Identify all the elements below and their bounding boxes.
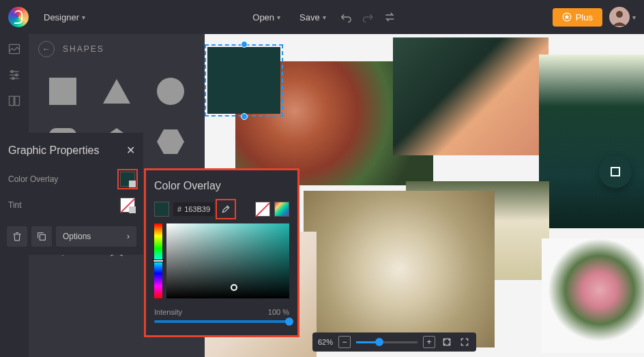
- color-overlay-swatch[interactable]: [120, 172, 135, 187]
- shapes-panel-header: ← SHAPES: [29, 34, 205, 64]
- mode-dropdown[interactable]: Designer ▾: [37, 8, 92, 27]
- zoom-slider[interactable]: [356, 341, 418, 343]
- header-center-controls: Open ▾ Save ▾: [246, 8, 398, 27]
- save-dropdown[interactable]: Save ▾: [293, 8, 333, 27]
- duplicate-button[interactable]: [31, 226, 52, 247]
- chevron-down-icon: ▾: [277, 14, 280, 21]
- layout-tool-icon[interactable]: [8, 94, 21, 108]
- tint-row[interactable]: Tint: [7, 192, 136, 218]
- canvas-image[interactable]: [304, 191, 495, 347]
- current-color-swatch[interactable]: [154, 202, 169, 217]
- intensity-value: 100 %: [268, 308, 289, 316]
- options-dropdown[interactable]: Options ›: [56, 226, 136, 247]
- chevron-down-icon: ▾: [632, 14, 636, 21]
- svg-rect-7: [49, 78, 76, 105]
- zoom-slider-handle[interactable]: [375, 338, 383, 346]
- chevron-down-icon: ▾: [323, 14, 326, 21]
- svg-rect-6: [15, 96, 20, 105]
- saturation-value-picker[interactable]: [166, 223, 289, 298]
- svg-point-8: [157, 78, 184, 105]
- no-color-swatch[interactable]: [255, 202, 270, 217]
- graphic-properties-panel: Graphic Properties ✕ Color Overlay Tint …: [0, 133, 143, 255]
- eyedropper-icon: [221, 204, 231, 214]
- hex-prefix: #: [177, 205, 181, 213]
- zoom-out-button[interactable]: −: [338, 336, 351, 348]
- selection-border: [205, 44, 283, 117]
- open-label: Open: [252, 12, 274, 22]
- zoom-in-button[interactable]: +: [423, 336, 435, 348]
- hue-slider[interactable]: [154, 223, 162, 298]
- hue-handle[interactable]: [153, 260, 164, 262]
- stop-icon: [611, 167, 620, 176]
- zoom-percent-label: 62%: [318, 338, 333, 346]
- selected-shape[interactable]: [205, 44, 283, 117]
- graphic-properties-title: Graphic Properties: [8, 144, 99, 157]
- palette-swatch[interactable]: [274, 202, 289, 217]
- color-overlay-label: Color Overlay: [8, 174, 58, 184]
- eyedropper-button[interactable]: [218, 202, 233, 217]
- intensity-handle[interactable]: [285, 317, 293, 326]
- copy-icon: [36, 231, 47, 242]
- plus-label: Plus: [576, 12, 593, 22]
- mode-label: Designer: [44, 12, 79, 22]
- stop-fab-button[interactable]: [599, 155, 632, 188]
- svg-rect-5: [10, 96, 14, 105]
- canvas-image[interactable]: [393, 37, 548, 155]
- user-avatar[interactable]: [609, 7, 630, 27]
- shape-triangle[interactable]: [95, 71, 139, 112]
- shape-square[interactable]: [41, 71, 85, 112]
- canvas-image[interactable]: [542, 238, 644, 353]
- app-header: Designer ▾ Open ▾ Save ▾ Plus ▾: [0, 0, 644, 34]
- options-label: Options: [63, 232, 91, 241]
- color-overlay-popup: Color Overlay # 163B39 Intensity 100 %: [146, 170, 297, 335]
- color-overlay-row[interactable]: Color Overlay: [7, 166, 136, 192]
- fullscreen-button[interactable]: [458, 336, 471, 348]
- fit-screen-button[interactable]: [441, 336, 453, 348]
- tint-label: Tint: [8, 200, 22, 210]
- resize-handle-top[interactable]: [241, 41, 248, 48]
- svg-rect-10: [40, 234, 45, 240]
- swap-button[interactable]: [382, 9, 398, 25]
- undo-button[interactable]: [338, 9, 355, 25]
- back-button[interactable]: ←: [38, 41, 55, 57]
- upgrade-plus-button[interactable]: Plus: [553, 8, 602, 27]
- save-label: Save: [299, 12, 320, 22]
- open-dropdown[interactable]: Open ▾: [246, 8, 287, 27]
- adjust-tool-icon[interactable]: [8, 68, 21, 82]
- star-icon: [562, 12, 572, 22]
- shape-circle[interactable]: [148, 71, 192, 112]
- svg-rect-1: [10, 44, 20, 53]
- close-icon[interactable]: ✕: [126, 144, 135, 157]
- canvas-image[interactable]: [539, 55, 644, 228]
- hex-input[interactable]: # 163B39: [173, 202, 214, 216]
- shapes-title: SHAPES: [63, 44, 104, 54]
- image-tool-icon[interactable]: [8, 42, 21, 56]
- zoom-bar: 62% − +: [312, 332, 476, 352]
- intensity-label: Intensity: [154, 308, 182, 316]
- intensity-slider[interactable]: [154, 320, 289, 323]
- resize-handle-bottom[interactable]: [241, 113, 248, 120]
- sv-handle[interactable]: [231, 284, 237, 291]
- trash-icon: [12, 231, 23, 242]
- chevron-right-icon: ›: [127, 232, 130, 241]
- hex-value: 163B39: [184, 205, 210, 213]
- chevron-down-icon: ▾: [82, 14, 85, 21]
- redo-button[interactable]: [360, 9, 377, 25]
- tint-swatch[interactable]: [120, 198, 135, 213]
- color-overlay-title: Color Overlay: [154, 180, 289, 192]
- delete-button[interactable]: [7, 226, 27, 247]
- shape-hexagon[interactable]: [148, 121, 192, 162]
- app-logo[interactable]: [8, 7, 29, 27]
